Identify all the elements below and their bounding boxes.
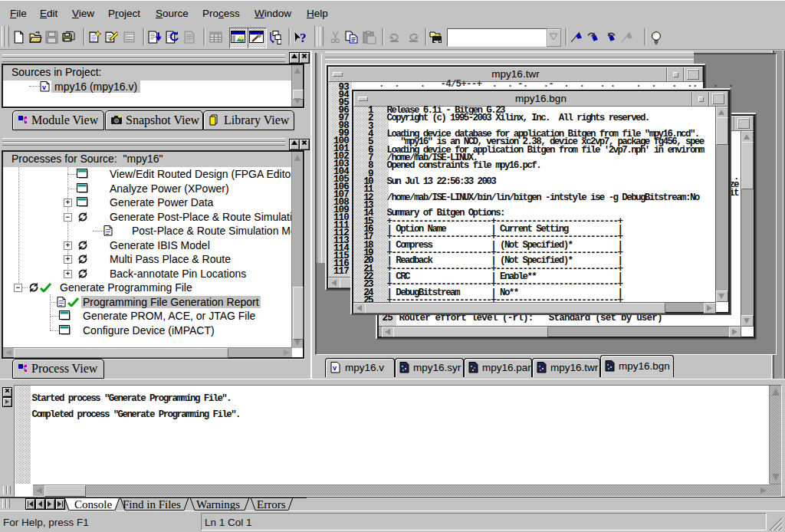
svg-text:v: v (333, 364, 337, 372)
svg-text:?: ? (300, 31, 307, 45)
svg-text:v: v (42, 84, 46, 91)
